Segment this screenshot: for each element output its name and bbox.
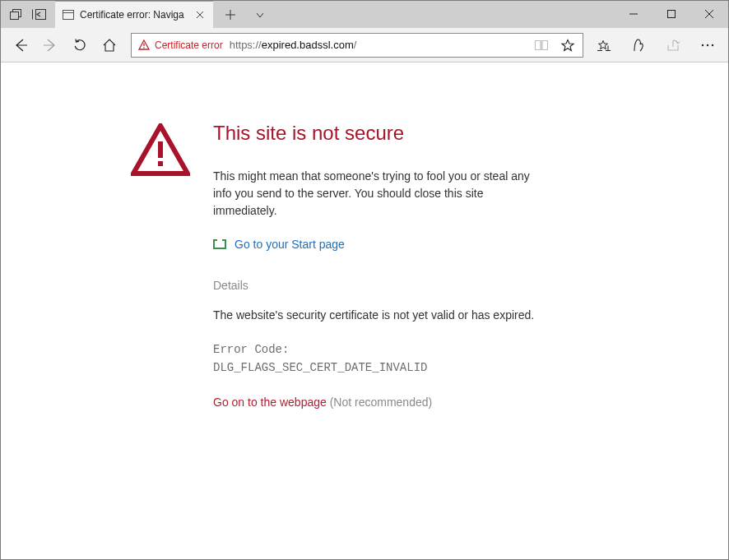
browser-window: Certificate error: Naviga [0,0,729,560]
home-button[interactable] [95,30,124,60]
tab-dropdown-button[interactable] [246,2,274,28]
set-aside-tabs-icon[interactable] [27,2,50,28]
url-display: https://expired.badssl.com/ [230,39,525,51]
minimize-button[interactable] [615,1,652,27]
large-warning-icon [131,123,190,176]
reading-view-button[interactable] [532,35,551,55]
url-host: expired.badssl.com [262,39,354,51]
tab-strip: Certificate error: Naviga [1,1,728,28]
tab-actions [213,1,274,28]
new-tab-button[interactable] [216,2,244,28]
address-bar[interactable]: Certificate error https://expired.badssl… [131,33,583,58]
security-label: Certificate error [155,39,223,51]
svg-rect-1 [10,12,18,19]
error-body: This site is not secure This might mean … [213,118,542,559]
tab-title: Certificate error: Naviga [80,9,188,21]
favorite-button[interactable] [558,35,578,55]
start-page-icon [213,239,226,249]
start-page-link[interactable]: Go to your Start page [234,238,345,251]
more-button[interactable] [690,30,725,60]
page-favicon-icon [63,10,74,20]
continue-row: Go on to the webpage (Not recommended) [213,396,542,409]
page-content: This site is not secure This might mean … [1,62,728,559]
toolbar: Certificate error https://expired.badssl… [1,28,728,62]
error-code-block: Error Code: DLG_FLAGS_SEC_CERT_DATE_INVA… [213,340,542,377]
warning-triangle-icon [138,39,150,50]
svg-rect-7 [668,11,676,18]
forward-button[interactable] [35,30,65,60]
tab-close-button[interactable] [193,8,207,21]
refresh-button[interactable] [65,30,95,60]
toolbar-right [587,30,725,60]
details-heading: Details [213,279,542,292]
favorites-hub-button[interactable] [587,30,621,60]
details-text: The website's security certificate is no… [213,307,542,324]
svg-rect-4 [63,11,74,20]
window-system-icons [1,1,55,28]
svg-point-15 [707,44,708,45]
continue-note: (Not recommended) [330,396,433,409]
svg-point-14 [702,44,703,45]
svg-rect-18 [158,161,163,166]
start-page-link-row: Go to your Start page [213,238,542,251]
cascade-windows-icon[interactable] [4,2,27,28]
svg-point-16 [712,44,713,45]
error-code-value: DLG_FLAGS_SEC_CERT_DATE_INVALID [213,359,542,377]
error-description: This might mean that someone's trying to… [213,168,542,220]
error-code-label: Error Code: [213,340,542,359]
notes-button[interactable] [621,30,656,60]
share-button[interactable] [656,30,690,60]
window-controls [615,1,728,27]
close-window-button[interactable] [690,1,728,27]
security-status[interactable]: Certificate error [138,39,223,51]
active-tab[interactable]: Certificate error: Naviga [55,1,213,28]
url-path: / [354,39,357,51]
maximize-button[interactable] [652,1,690,27]
page-heading: This site is not secure [213,122,542,145]
continue-link[interactable]: Go on to the webpage [213,396,327,409]
url-proto: https:// [230,39,262,51]
svg-rect-17 [158,141,163,158]
back-button[interactable] [6,30,35,60]
svg-point-9 [143,47,145,49]
